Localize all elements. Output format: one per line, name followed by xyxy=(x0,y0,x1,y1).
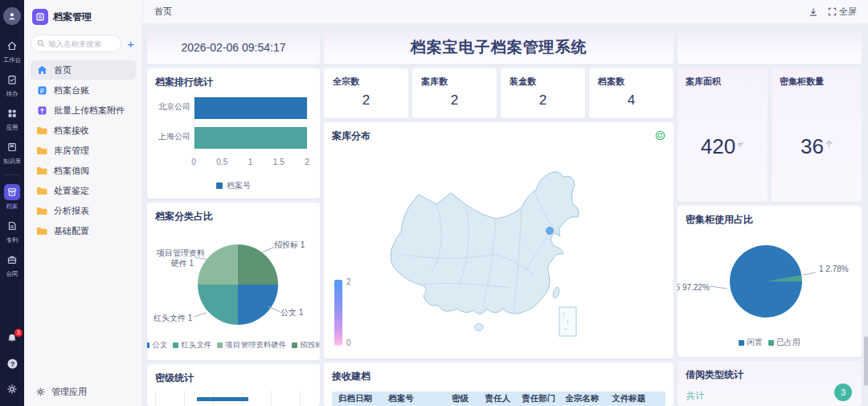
decor-card xyxy=(678,31,862,64)
legend-hongtou[interactable]: 红头文件 xyxy=(173,340,211,351)
vertical-scrollbar[interactable] xyxy=(864,336,868,386)
upload-doc-icon xyxy=(36,105,47,116)
rail-item-archive[interactable]: 档案 xyxy=(4,184,20,211)
clipboard-icon xyxy=(4,72,20,88)
col-file-title[interactable]: 文件标题 xyxy=(605,393,665,404)
menu-item-ledger[interactable]: 档案台账 xyxy=(31,80,136,100)
notification-badge: 3 xyxy=(14,329,23,337)
legend-swatch xyxy=(216,182,223,189)
pie-callout-tender: 招投标 1 xyxy=(274,240,305,251)
archive-rank-card: 档案排行统计 北京公司 上海公司 0 0.5 1 1.5 2 xyxy=(147,68,320,199)
app-logo-icon xyxy=(32,9,48,25)
stat-card-anku: 案库数 2 xyxy=(412,68,497,118)
briefcase-icon xyxy=(4,252,20,268)
settings-button[interactable] xyxy=(6,383,18,398)
legend-project[interactable]: 项目管理资料硬件 xyxy=(217,340,286,351)
bar-shanghai[interactable] xyxy=(194,127,307,149)
visualmap-gradient[interactable] xyxy=(334,280,342,346)
rail-item-workbench[interactable]: 工作台 xyxy=(2,38,22,64)
menu-item-receive[interactable]: 档案接收 xyxy=(31,121,136,140)
system-title-card: 档案宝电子档案管理系统 xyxy=(324,31,674,64)
china-map[interactable] xyxy=(324,133,674,359)
col-owner[interactable]: 责任人 xyxy=(479,393,516,404)
menu-item-report[interactable]: 分析报表 xyxy=(31,201,136,220)
manage-apps-button[interactable]: 管理应用 xyxy=(31,379,136,398)
patent-doc-icon xyxy=(4,218,20,234)
person-icon xyxy=(7,11,17,21)
bar-beijing[interactable] xyxy=(194,97,307,119)
home-icon xyxy=(4,38,20,54)
warehouse-map-card: 案库分布 xyxy=(324,122,674,359)
rail-item-knowledge[interactable]: 知识库 xyxy=(2,139,22,166)
legend-tender[interactable]: 招投标 xyxy=(292,340,320,351)
legend-archive-no[interactable]: 档案号 xyxy=(147,180,320,191)
download-button[interactable] xyxy=(809,7,818,17)
notifications-button[interactable]: 3 xyxy=(6,333,18,347)
legend-used[interactable]: 已占用 xyxy=(768,337,800,348)
secret-chart-bar[interactable] xyxy=(197,397,248,401)
folder-icon xyxy=(36,125,47,136)
folder-icon xyxy=(36,186,47,196)
question-icon: ? xyxy=(6,358,18,370)
col-fonds-name[interactable]: 全宗名称 xyxy=(559,393,605,404)
fullscreen-button[interactable]: 全屏 xyxy=(828,6,857,18)
col-secret-level[interactable]: 密级 xyxy=(445,393,479,404)
topbar-actions: 全屏 xyxy=(809,6,857,18)
card-title: 借阅类型统计 xyxy=(678,361,862,382)
cabinet-usage-card: 密集柜使用占比 35 97.22% 1 2.78% 闲置 已占用 xyxy=(678,206,862,357)
menu-item-home[interactable]: 首页 xyxy=(31,60,136,80)
category-pie-chart[interactable] xyxy=(198,244,278,325)
secret-level-card: 密级统计 xyxy=(147,364,320,406)
cabinet-count-value: 36 个 xyxy=(780,134,854,159)
borrow-count-badge[interactable]: 3 xyxy=(834,383,852,401)
bar-chart-plot[interactable] xyxy=(194,94,307,154)
card-title: 档案排行统计 xyxy=(147,68,320,89)
rail-item-patent[interactable]: 专利 xyxy=(4,218,20,244)
stats-row: 全宗数 2 案库数 2 装盒数 2 档案数 4 xyxy=(324,68,674,118)
module-title: 档案管理 xyxy=(53,10,92,24)
col-archive-date[interactable]: 归档日期 xyxy=(332,393,382,404)
rail-bottom: 3 ? xyxy=(6,333,18,398)
cabinet-pie-chart[interactable] xyxy=(730,245,802,318)
receive-table-card: 接收建档 归档日期 档案号 密级 责任人 责任部门 全宗名称 文件标题 xyxy=(324,363,674,406)
fullscreen-icon xyxy=(828,7,837,16)
col-department[interactable]: 责任部门 xyxy=(515,393,559,404)
legend-gongwen[interactable]: 公文 xyxy=(147,340,167,351)
folder-icon xyxy=(36,206,47,216)
gauge-row: 案库面积 420 ㎡ 密集柜数量 36 个 xyxy=(678,68,862,202)
legend-idle[interactable]: 闲置 xyxy=(739,337,763,348)
map-region-taiwan xyxy=(552,286,560,298)
map-region-beijing[interactable] xyxy=(547,228,554,235)
menu-item-batch-upload[interactable]: 批量上传档案附件 xyxy=(31,100,136,120)
rail-nav: 工作台 待办 应用 知识库 档案 专利 xyxy=(2,38,22,278)
search-icon xyxy=(37,39,45,47)
borrow-total-label: 共计 xyxy=(686,390,704,402)
menu-item-warehouse[interactable]: 库房管理 xyxy=(31,141,136,160)
rail-item-contract[interactable]: 合同 xyxy=(4,252,20,278)
visualmap-max: 2 xyxy=(346,277,351,286)
help-button[interactable]: ? xyxy=(6,358,18,373)
download-icon xyxy=(809,7,818,17)
apps-grid-icon xyxy=(4,105,20,121)
cabinet-count-card: 密集柜数量 36 个 xyxy=(772,68,862,202)
datetime-card: 2026-02-06 09:54:17 xyxy=(147,31,320,64)
card-title: 档案分类占比 xyxy=(147,203,320,224)
col-archive-no[interactable]: 档案号 xyxy=(382,393,445,404)
menu-item-config[interactable]: 基础配置 xyxy=(31,221,136,240)
add-button[interactable]: + xyxy=(127,38,136,50)
search-input[interactable] xyxy=(48,39,113,48)
rail-item-todo[interactable]: 待办 xyxy=(4,72,20,98)
gear-icon xyxy=(35,387,46,397)
pie-callout-red: 红头文件 1 xyxy=(154,313,192,324)
rail-item-apps[interactable]: 应用 xyxy=(4,105,20,132)
cabinet-pie-legend: 闲置 已占用 xyxy=(678,337,862,348)
menu-item-disposal[interactable]: 处置鉴定 xyxy=(31,181,136,200)
rail-divider xyxy=(5,174,19,175)
search-box[interactable] xyxy=(31,35,121,52)
menu-item-borrow[interactable]: 档案借阅 xyxy=(31,161,136,180)
warehouse-area-value: 420 ㎡ xyxy=(686,134,760,159)
folder-icon xyxy=(36,146,47,156)
pie-label-used: 1 2.78% xyxy=(819,265,849,273)
user-avatar[interactable] xyxy=(3,7,21,25)
dashboard-right-column: 案库面积 420 ㎡ 密集柜数量 36 个 xyxy=(678,31,862,406)
